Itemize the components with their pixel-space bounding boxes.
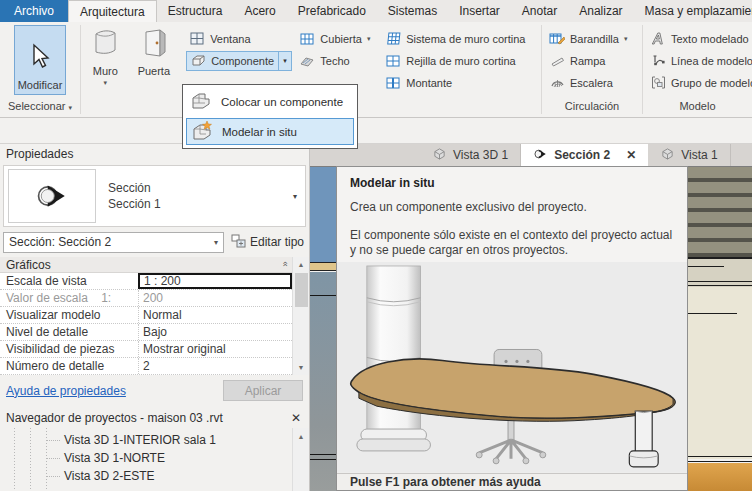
componente-button[interactable]: Componente <box>186 51 279 71</box>
collapse-icon[interactable]: » <box>279 263 289 266</box>
tab-analizar[interactable]: Analizar <box>568 0 633 22</box>
apply-button[interactable]: Aplicar <box>223 380 303 401</box>
panel-footer-circulacion: Circulación <box>542 100 642 117</box>
scrollbar-thumb[interactable] <box>295 273 308 307</box>
section-marker-icon <box>533 147 548 164</box>
tree-item-vista3d-interior[interactable]: Vista 3D 1-INTERIOR sala 1 <box>0 431 309 449</box>
curtain-grid-icon <box>385 54 401 68</box>
panel-seleccionar: Modificar Seleccionar ▾ <box>0 22 80 117</box>
tab-estructura[interactable]: Estructura <box>157 0 234 22</box>
menu-item-modelar-in-situ[interactable]: Modelar in situ <box>186 118 354 145</box>
edit-type-icon <box>231 234 246 251</box>
project-browser-tree: Vista 3D 1-INTERIOR sala 1 Vista 3D 1-NO… <box>0 428 309 491</box>
rampa-button[interactable]: Rampa <box>546 51 642 70</box>
type-name: Sección 1 <box>108 196 161 212</box>
scroll-down-icon[interactable]: ▼ <box>293 360 310 375</box>
property-row[interactable]: Escala de vista 1 : 200 <box>0 273 292 290</box>
close-icon[interactable]: ✕ <box>626 148 636 162</box>
texto-modelado-button[interactable]: Texto modelado <box>647 29 752 48</box>
chevron-down-icon: ▾ <box>624 36 628 41</box>
property-row[interactable]: Número de detalle 2 <box>0 358 292 375</box>
railing-icon <box>549 32 565 46</box>
escalera-button[interactable]: Escalera <box>546 73 642 92</box>
chevron-down-icon: ▾ <box>104 80 108 85</box>
property-row[interactable]: Visualizar modelo Normal <box>0 307 292 324</box>
techo-button[interactable]: Techo <box>296 51 382 70</box>
tree-item-vista3d-este[interactable]: Vista 3D 2-ESTE <box>0 467 309 485</box>
view-tab-vista-3d-1[interactable]: Vista 3D 1 <box>420 144 521 166</box>
chevron-down-icon[interactable]: ▾ <box>293 192 297 201</box>
ribbon-tab-bar: Archivo Arquitectura Estructura Acero Pr… <box>0 0 752 22</box>
tab-insertar[interactable]: Insertar <box>448 0 511 22</box>
puerta-button[interactable]: Puerta <box>130 22 179 100</box>
properties-scrollbar[interactable]: ▲ ▼ <box>292 257 309 375</box>
property-row[interactable]: Nivel de detalle Bajo <box>0 324 292 341</box>
modify-button[interactable]: Modificar <box>14 25 66 95</box>
escala-de-vista-value[interactable]: 1 : 200 <box>138 273 292 289</box>
properties-title: Propiedades <box>6 147 73 161</box>
close-icon[interactable]: ✕ <box>291 411 301 425</box>
model-in-place-icon <box>190 120 214 144</box>
3d-view-icon <box>432 147 447 163</box>
panel-modelo: Texto modelado Línea de modelo Grupo de … <box>643 22 752 117</box>
scroll-up-icon[interactable]: ▲ <box>298 433 305 440</box>
tab-anotar[interactable]: Anotar <box>511 0 568 22</box>
rejilla-muro-cortina-button[interactable]: Rejilla de muro cortina <box>382 51 541 70</box>
properties-help-link[interactable]: Ayuda de propiedades <box>6 384 126 398</box>
ventana-button[interactable]: Ventana <box>186 29 296 48</box>
model-line-icon <box>650 54 666 68</box>
roof-grid-icon <box>299 32 315 46</box>
componente-dropdown-arrow[interactable]: ▾ <box>279 51 292 71</box>
view-tab-seccion-2[interactable]: Sección 2 ✕ <box>521 144 648 166</box>
section-view-left-sliver <box>310 167 337 491</box>
left-dock: Propiedades Sección Sección 1 ▾ Sección:… <box>0 144 310 491</box>
panel-circulacion: Barandilla ▾ Rampa Escalera <box>542 22 642 117</box>
chevron-down-icon: ▾ <box>367 36 371 41</box>
cubierta-button[interactable]: Cubierta ▾ <box>296 29 382 48</box>
modify-button-label: Modificar <box>18 79 63 91</box>
3d-view-icon <box>660 147 675 163</box>
menu-item-colocar-un-componente[interactable]: Colocar un componente <box>186 88 354 115</box>
componente-split-button: Componente ▾ <box>186 51 296 71</box>
component-icon <box>191 54 206 69</box>
stair-icon <box>549 76 565 90</box>
mullion-icon <box>385 76 401 90</box>
place-component-icon <box>189 90 213 114</box>
tab-masa-y-emplazamiento[interactable]: Masa y emplazamiento <box>634 0 752 22</box>
property-row[interactable]: Visibilidad de piezas Mostrar original <box>0 341 292 358</box>
curtain-wall-system-icon <box>385 32 401 46</box>
tab-archivo[interactable]: Archivo <box>0 0 68 22</box>
type-family: Sección <box>108 180 161 196</box>
grupo-de-modelo-button[interactable]: Grupo de modelo <box>647 73 752 92</box>
element-selector-combobox[interactable]: Sección: Sección 2 ▾ <box>3 232 224 253</box>
window-icon <box>189 32 205 46</box>
panel-footer-modelo: Modelo <box>643 100 752 117</box>
project-browser-title: Navegador de proyectos - maison 03 .rvt <box>6 411 223 425</box>
barandilla-button[interactable]: Barandilla ▾ <box>546 29 642 48</box>
tree-item-vista3d-norte[interactable]: Vista 3D 1-NORTE <box>0 449 309 467</box>
montante-button[interactable]: Montante <box>382 73 541 92</box>
numero-de-detalle-value[interactable]: 2 <box>138 358 292 374</box>
linea-de-modelo-button[interactable]: Línea de modelo <box>647 51 752 70</box>
options-bar <box>0 118 752 144</box>
panel-footer-seleccionar[interactable]: Seleccionar ▾ <box>0 100 80 117</box>
graficos-section-header[interactable]: Gráficos » <box>0 257 292 273</box>
view-tab-vista-1[interactable]: Vista 1 <box>648 144 730 166</box>
browser-scrollbar[interactable]: ▲ <box>292 428 309 491</box>
nivel-de-detalle-value[interactable]: Bajo <box>138 324 292 340</box>
tab-arquitectura[interactable]: Arquitectura <box>68 0 157 22</box>
scroll-up-icon[interactable]: ▲ <box>293 257 310 272</box>
view-tab-bar: Vista 3D 1 Sección 2 ✕ Vista 1 <box>310 144 752 167</box>
tab-acero[interactable]: Acero <box>233 0 286 22</box>
edit-type-button[interactable]: Editar tipo <box>229 234 306 251</box>
type-selector[interactable]: Sección Sección 1 ▾ <box>3 165 306 227</box>
section-type-preview <box>8 169 96 223</box>
tab-prefabricado[interactable]: Prefabricado <box>287 0 377 22</box>
tab-sistemas[interactable]: Sistemas <box>377 0 448 22</box>
ribbon: Modificar Seleccionar ▾ Muro ▾ <box>0 22 752 118</box>
muro-button[interactable]: Muro ▾ <box>81 22 130 100</box>
visibilidad-de-piezas-value[interactable]: Mostrar original <box>138 341 292 357</box>
sistema-muro-cortina-button[interactable]: Sistema de muro cortina <box>382 29 541 48</box>
revit-window: Archivo Arquitectura Estructura Acero Pr… <box>0 0 752 491</box>
visualizar-modelo-value[interactable]: Normal <box>138 307 292 323</box>
